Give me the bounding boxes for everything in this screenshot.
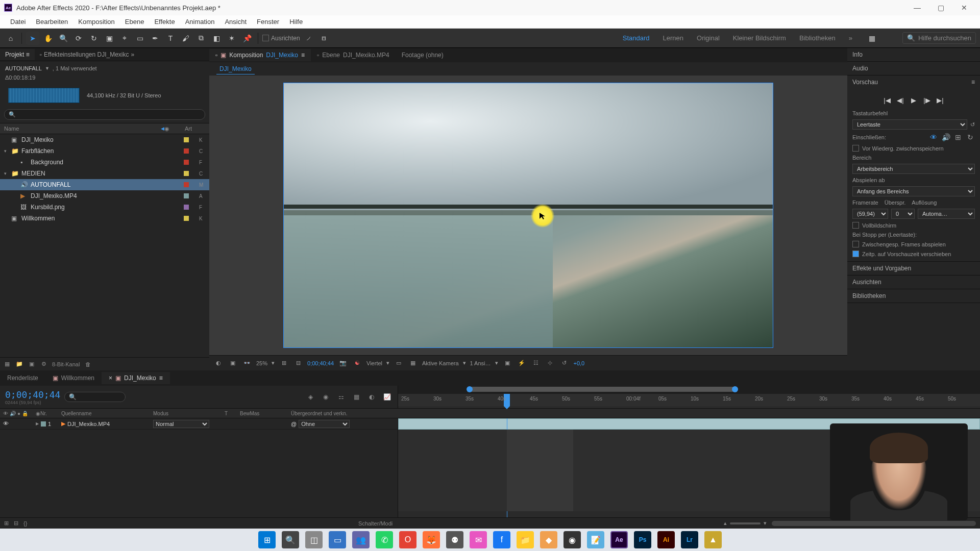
panel-ausrichten[interactable]: Ausrichten: [847, 276, 980, 289]
tab-renderliste[interactable]: Renderliste: [0, 372, 45, 384]
viewer-timecode[interactable]: 0;00;40;44: [307, 360, 334, 366]
frame-blend-icon[interactable]: ▦: [351, 391, 362, 403]
panel-audio[interactable]: Audio: [847, 62, 980, 76]
toggle-modes-icon[interactable]: ⊟: [14, 520, 18, 527]
project-item-dji-mexiko-mp4[interactable]: ▶DJI_Mexiko.MP4A: [0, 190, 209, 202]
orbit-tool-icon[interactable]: ⟳: [72, 32, 85, 45]
time-navigator[interactable]: [470, 387, 735, 392]
whatsapp-icon[interactable]: ✆: [376, 531, 393, 548]
app-icon-1[interactable]: ⚉: [446, 531, 463, 548]
include-overlay-icon[interactable]: ⊞: [953, 133, 963, 142]
help-search-input[interactable]: 🔍 Hilfe durchsuchen: [902, 32, 976, 44]
window-close-button[interactable]: ✕: [952, 0, 976, 15]
rotate-tool-icon[interactable]: ↻: [87, 32, 101, 45]
timeline-h-scrollbar[interactable]: [772, 521, 976, 526]
move-time-checkbox[interactable]: Zeitp. auf Vorschauzeit verschieben: [852, 251, 975, 257]
channel-icon[interactable]: ▣: [228, 358, 238, 368]
next-frame-icon[interactable]: |▶: [923, 96, 931, 104]
workspace-lernen[interactable]: Lernen: [663, 34, 683, 42]
play-icon[interactable]: ▶: [910, 96, 918, 104]
shape-tool-icon[interactable]: ▭: [133, 32, 146, 45]
comp-mini-flowchart-icon[interactable]: ◈: [305, 391, 316, 403]
layer-color-swatch[interactable]: [41, 421, 46, 427]
anchor-tool-icon[interactable]: ⌖: [118, 32, 131, 45]
project-item-kursbild-png[interactable]: 🖼Kursbild.pngF: [0, 202, 209, 213]
menu-datei[interactable]: Datei: [5, 16, 31, 28]
pen-tool-icon[interactable]: ✒: [149, 32, 162, 45]
camera-dropdown[interactable]: Aktive Kamera: [422, 360, 459, 366]
snap-checkbox[interactable]: Ausrichten: [262, 35, 300, 42]
framerate-dropdown[interactable]: (59,94): [852, 209, 888, 219]
timeline-ruler-area[interactable]: 25s30s35s40s45s50s55s00:04f05s10s15s20s2…: [398, 386, 980, 408]
footer-label[interactable]: Schalter/Modi: [358, 520, 393, 527]
menu-animation[interactable]: Animation: [180, 16, 220, 28]
skip-dropdown[interactable]: 0: [891, 209, 915, 219]
grid-icon[interactable]: ⊟: [293, 358, 303, 368]
facebook-icon[interactable]: f: [493, 531, 510, 548]
notepad-icon[interactable]: 📝: [587, 531, 604, 548]
lightroom-icon[interactable]: Lr: [681, 531, 698, 548]
toggle-switches-icon[interactable]: ⊞: [4, 520, 9, 527]
trash-icon[interactable]: 🗑: [84, 360, 92, 368]
clone-tool-icon[interactable]: ⧉: [194, 32, 208, 45]
workspace-kleiner[interactable]: Kleiner Bildschirm: [733, 34, 786, 42]
workspace-bibliotheken[interactable]: Bibliotheken: [799, 34, 836, 42]
home-icon[interactable]: ⌂: [4, 32, 17, 45]
tab-effect-controls[interactable]: ▫Effekteinstellungen DJI_Mexikc »: [35, 49, 139, 60]
camera-tool-icon[interactable]: ▣: [103, 32, 116, 45]
illustrator-icon[interactable]: Ai: [657, 531, 675, 548]
menu-fenster[interactable]: Fenster: [252, 16, 284, 28]
snapshot-icon[interactable]: 📷: [338, 358, 348, 368]
hand-tool-icon[interactable]: ✋: [41, 32, 55, 45]
toggle-in-out-icon[interactable]: {}: [23, 520, 27, 527]
comp-canvas[interactable]: [283, 83, 773, 348]
app-icon-3[interactable]: ▲: [704, 531, 722, 548]
graph-editor-icon[interactable]: 📈: [381, 391, 393, 403]
snap-options-icon[interactable]: ⟋: [302, 32, 315, 45]
prev-frame-icon[interactable]: ◀|: [896, 96, 904, 104]
menu-ansicht[interactable]: Ansicht: [219, 16, 252, 28]
comp-flowchart-breadcrumb[interactable]: DJI_Mexiko: [209, 62, 847, 76]
cached-frames-checkbox[interactable]: Zwischengesp. Frames abspielen: [852, 241, 975, 247]
resolution-dropdown[interactable]: Automa…: [918, 209, 975, 219]
panel-effekte[interactable]: Effekte und Vorgaben: [847, 262, 980, 276]
zoom-in-icon[interactable]: ▾: [764, 520, 767, 527]
project-item-background[interactable]: ▪BackgroundF: [0, 157, 209, 168]
fast-preview-icon[interactable]: ⚡: [517, 358, 527, 368]
obs-icon[interactable]: ◉: [564, 531, 581, 548]
timeline-timecode[interactable]: 0;00;40;44: [5, 389, 60, 400]
flowchart-icon[interactable]: ⊹: [545, 358, 555, 368]
layer-row-1[interactable]: 👁 ▶1 ▶DJI_Mexiko.MP4 Normal @Ohne: [0, 418, 398, 430]
views-dropdown[interactable]: 1 Ansi…: [470, 360, 491, 366]
tab-composition[interactable]: ▫ ▣ Komposition DJI_Mexiko ≡: [209, 49, 311, 61]
resolution-dropdown[interactable]: Viertel: [366, 360, 382, 366]
abspielen-dropdown[interactable]: Anfang des Bereichs: [852, 186, 975, 196]
zoom-out-icon[interactable]: ▴: [724, 520, 727, 527]
exposure-value[interactable]: +0,0: [574, 360, 585, 366]
project-item-farbfl-chen[interactable]: ▾📁FarbflächenC: [0, 145, 209, 157]
brush-tool-icon[interactable]: 🖌: [179, 32, 192, 45]
vollbild-checkbox[interactable]: Vollbildschirm: [852, 222, 975, 229]
photoshop-icon[interactable]: Ps: [634, 531, 651, 548]
tab-willkommen[interactable]: ▣Willkommen: [45, 372, 102, 384]
color-mgmt-icon[interactable]: ☯: [352, 358, 362, 368]
task-view-button[interactable]: ◫: [305, 531, 323, 548]
workspace-overflow-icon[interactable]: »: [849, 34, 852, 42]
motion-blur-icon[interactable]: ◐: [366, 391, 377, 403]
timeline-icon[interactable]: ☷: [531, 358, 541, 368]
go-to-end-icon[interactable]: ▶|: [936, 96, 944, 104]
menu-bearbeiten[interactable]: Bearbeiten: [31, 16, 73, 28]
workspace-original[interactable]: Original: [697, 34, 720, 42]
after-effects-icon[interactable]: Ae: [610, 531, 628, 548]
zoom-slider[interactable]: [730, 522, 761, 524]
window-maximize-button[interactable]: ▢: [929, 0, 952, 15]
shy-icon[interactable]: ⚏: [335, 391, 347, 403]
cache-before-play-checkbox[interactable]: Vor Wiederg. zwischenspeichern: [852, 145, 975, 152]
interpret-footage-icon[interactable]: ▦: [3, 360, 11, 368]
project-item-dji-mexiko[interactable]: ▣DJI_MexikoK: [0, 134, 209, 145]
panel-info[interactable]: Info: [847, 48, 980, 62]
reset-exposure-icon[interactable]: ↺: [559, 358, 570, 368]
pickwhip-icon[interactable]: @: [291, 421, 297, 427]
tab-layer[interactable]: ▫ Ebene DJI_Mexiko.MP4: [311, 49, 396, 61]
app-icon-2[interactable]: ◆: [540, 531, 557, 548]
